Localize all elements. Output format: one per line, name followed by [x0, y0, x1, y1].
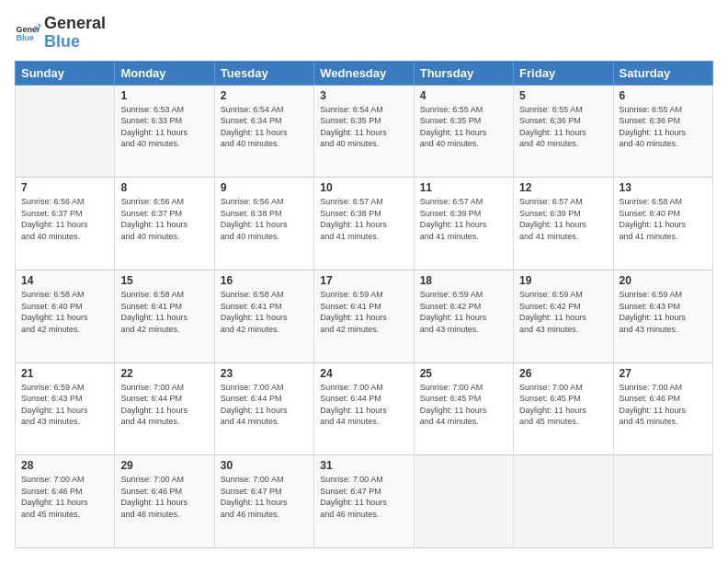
day-number: 14: [21, 274, 108, 287]
calendar-cell: 30Sunrise: 7:00 AM Sunset: 6:47 PM Dayli…: [214, 455, 313, 548]
day-number: 22: [120, 367, 208, 380]
svg-text:General: General: [16, 24, 40, 33]
calendar-cell: 21Sunrise: 6:59 AM Sunset: 6:43 PM Dayli…: [16, 362, 115, 455]
day-info: Sunrise: 6:58 AM Sunset: 6:41 PM Dayligh…: [120, 289, 208, 335]
logo-text: GeneralBlue: [44, 15, 106, 52]
calendar-cell: 1Sunrise: 6:53 AM Sunset: 6:33 PM Daylig…: [115, 85, 214, 178]
calendar-cell: 3Sunrise: 6:54 AM Sunset: 6:35 PM Daylig…: [314, 85, 414, 178]
day-number: 20: [620, 274, 707, 287]
weekday-header-friday: Friday: [514, 61, 613, 85]
day-info: Sunrise: 6:57 AM Sunset: 6:39 PM Dayligh…: [420, 196, 507, 242]
calendar-cell: 25Sunrise: 7:00 AM Sunset: 6:45 PM Dayli…: [414, 362, 513, 455]
day-info: Sunrise: 7:00 AM Sunset: 6:46 PM Dayligh…: [21, 474, 108, 520]
calendar-cell: 9Sunrise: 6:56 AM Sunset: 6:38 PM Daylig…: [214, 178, 313, 270]
header: General Blue GeneralBlue: [15, 15, 713, 52]
calendar-cell: 17Sunrise: 6:59 AM Sunset: 6:41 PM Dayli…: [314, 270, 414, 362]
weekday-header-sunday: Sunday: [16, 61, 115, 85]
day-info: Sunrise: 7:00 AM Sunset: 6:47 PM Dayligh…: [320, 474, 407, 520]
calendar-cell: 26Sunrise: 7:00 AM Sunset: 6:45 PM Dayli…: [514, 362, 613, 455]
day-info: Sunrise: 6:53 AM Sunset: 6:33 PM Dayligh…: [120, 104, 208, 150]
calendar-week-row: 7Sunrise: 6:56 AM Sunset: 6:37 PM Daylig…: [16, 178, 713, 270]
day-number: 8: [120, 181, 208, 194]
calendar-cell: [613, 455, 712, 548]
weekday-header-tuesday: Tuesday: [214, 61, 313, 85]
calendar-cell: 11Sunrise: 6:57 AM Sunset: 6:39 PM Dayli…: [414, 178, 513, 270]
day-number: 16: [221, 274, 308, 287]
calendar-cell: 24Sunrise: 7:00 AM Sunset: 6:44 PM Dayli…: [314, 362, 414, 455]
calendar-cell: 6Sunrise: 6:55 AM Sunset: 6:36 PM Daylig…: [613, 85, 712, 178]
calendar-cell: 28Sunrise: 7:00 AM Sunset: 6:46 PM Dayli…: [16, 455, 115, 548]
day-number: 9: [221, 181, 308, 194]
day-number: 6: [620, 89, 707, 102]
calendar-cell: 2Sunrise: 6:54 AM Sunset: 6:34 PM Daylig…: [214, 85, 313, 178]
calendar-week-row: 21Sunrise: 6:59 AM Sunset: 6:43 PM Dayli…: [16, 362, 713, 455]
day-info: Sunrise: 6:57 AM Sunset: 6:39 PM Dayligh…: [519, 196, 607, 242]
weekday-header-thursday: Thursday: [414, 61, 513, 85]
day-number: 1: [120, 89, 208, 102]
day-info: Sunrise: 7:00 AM Sunset: 6:45 PM Dayligh…: [519, 382, 607, 428]
calendar-cell: 5Sunrise: 6:55 AM Sunset: 6:36 PM Daylig…: [514, 85, 613, 178]
calendar-cell: 14Sunrise: 6:58 AM Sunset: 6:40 PM Dayli…: [16, 270, 115, 362]
day-number: 13: [620, 181, 707, 194]
calendar-cell: [414, 455, 513, 548]
day-info: Sunrise: 6:57 AM Sunset: 6:38 PM Dayligh…: [320, 196, 407, 242]
calendar-cell: 4Sunrise: 6:55 AM Sunset: 6:35 PM Daylig…: [414, 85, 513, 178]
day-number: 21: [21, 367, 108, 380]
day-number: 7: [21, 181, 108, 194]
day-info: Sunrise: 6:54 AM Sunset: 6:34 PM Dayligh…: [221, 104, 308, 150]
day-info: Sunrise: 7:00 AM Sunset: 6:44 PM Dayligh…: [221, 382, 308, 428]
calendar-cell: 12Sunrise: 6:57 AM Sunset: 6:39 PM Dayli…: [514, 178, 613, 270]
day-number: 17: [320, 274, 407, 287]
day-number: 12: [519, 181, 607, 194]
day-info: Sunrise: 6:58 AM Sunset: 6:40 PM Dayligh…: [21, 289, 108, 335]
day-info: Sunrise: 6:58 AM Sunset: 6:40 PM Dayligh…: [620, 196, 707, 242]
day-info: Sunrise: 6:59 AM Sunset: 6:43 PM Dayligh…: [620, 289, 707, 335]
day-number: 26: [519, 367, 607, 380]
page: General Blue GeneralBlue SundayMondayTue…: [0, 0, 728, 563]
day-number: 18: [420, 274, 507, 287]
calendar-cell: 18Sunrise: 6:59 AM Sunset: 6:42 PM Dayli…: [414, 270, 513, 362]
calendar-table: SundayMondayTuesdayWednesdayThursdayFrid…: [15, 61, 713, 548]
calendar-cell: 10Sunrise: 6:57 AM Sunset: 6:38 PM Dayli…: [314, 178, 414, 270]
weekday-header-monday: Monday: [115, 61, 214, 85]
day-number: 25: [420, 367, 507, 380]
day-info: Sunrise: 6:59 AM Sunset: 6:42 PM Dayligh…: [519, 289, 607, 335]
weekday-header-wednesday: Wednesday: [314, 61, 414, 85]
day-info: Sunrise: 7:00 AM Sunset: 6:46 PM Dayligh…: [620, 382, 707, 428]
day-info: Sunrise: 6:59 AM Sunset: 6:41 PM Dayligh…: [320, 289, 407, 335]
calendar-cell: [514, 455, 613, 548]
day-info: Sunrise: 6:55 AM Sunset: 6:36 PM Dayligh…: [620, 104, 707, 150]
day-info: Sunrise: 7:00 AM Sunset: 6:47 PM Dayligh…: [221, 474, 308, 520]
day-number: 28: [21, 459, 108, 472]
calendar-cell: 13Sunrise: 6:58 AM Sunset: 6:40 PM Dayli…: [613, 178, 712, 270]
calendar-cell: 20Sunrise: 6:59 AM Sunset: 6:43 PM Dayli…: [613, 270, 712, 362]
day-number: 15: [120, 274, 208, 287]
day-info: Sunrise: 6:54 AM Sunset: 6:35 PM Dayligh…: [320, 104, 407, 150]
day-info: Sunrise: 7:00 AM Sunset: 6:44 PM Dayligh…: [320, 382, 407, 428]
calendar-cell: 8Sunrise: 6:56 AM Sunset: 6:37 PM Daylig…: [115, 178, 214, 270]
day-number: 31: [320, 459, 407, 472]
svg-text:Blue: Blue: [16, 33, 34, 42]
calendar-cell: [16, 85, 115, 178]
day-number: 4: [420, 89, 507, 102]
day-number: 2: [221, 89, 308, 102]
day-info: Sunrise: 6:59 AM Sunset: 6:43 PM Dayligh…: [21, 382, 108, 428]
day-number: 24: [320, 367, 407, 380]
logo: General Blue GeneralBlue: [15, 15, 106, 52]
day-info: Sunrise: 6:56 AM Sunset: 6:37 PM Dayligh…: [21, 196, 108, 242]
day-info: Sunrise: 6:58 AM Sunset: 6:41 PM Dayligh…: [221, 289, 308, 335]
day-number: 27: [620, 367, 707, 380]
calendar-cell: 23Sunrise: 7:00 AM Sunset: 6:44 PM Dayli…: [214, 362, 313, 455]
calendar-week-row: 28Sunrise: 7:00 AM Sunset: 6:46 PM Dayli…: [16, 455, 713, 548]
day-number: 29: [120, 459, 208, 472]
calendar-week-row: 1Sunrise: 6:53 AM Sunset: 6:33 PM Daylig…: [16, 85, 713, 178]
day-number: 5: [519, 89, 607, 102]
day-number: 30: [221, 459, 308, 472]
day-number: 10: [320, 181, 407, 194]
day-info: Sunrise: 7:00 AM Sunset: 6:46 PM Dayligh…: [120, 474, 208, 520]
general-blue-icon: General Blue: [15, 20, 40, 46]
calendar-cell: 15Sunrise: 6:58 AM Sunset: 6:41 PM Dayli…: [115, 270, 214, 362]
day-info: Sunrise: 6:55 AM Sunset: 6:36 PM Dayligh…: [519, 104, 607, 150]
day-number: 19: [519, 274, 607, 287]
weekday-header-row: SundayMondayTuesdayWednesdayThursdayFrid…: [16, 61, 713, 85]
